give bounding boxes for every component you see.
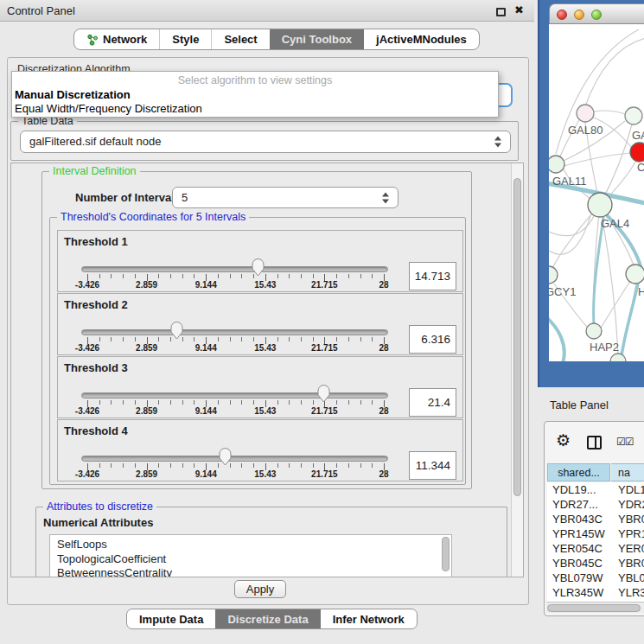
node-gal11[interactable]	[549, 156, 564, 173]
threshold-4-row: Threshold 4 -3.426 2.859 9.144 15.43 21.…	[57, 419, 463, 481]
node-label-gal11: GAL11	[552, 175, 587, 188]
list-item[interactable]: SelfLoops	[50, 535, 451, 552]
node-ga[interactable]	[625, 107, 642, 124]
threshold-1-slider-thumb[interactable]	[252, 258, 265, 277]
control-panel-tabs: Network Style Select Cyni Toolbox jActiv…	[73, 29, 480, 50]
table-horizontal-scrollbar-thumb[interactable]	[547, 604, 641, 612]
tab-network[interactable]: Network	[74, 29, 159, 49]
threshold-1-value-field[interactable]: 14.713	[409, 262, 456, 290]
network-canvas[interactable]: GAL80 GA C GAL11 GAL4 GCY1 H HAP2	[549, 24, 644, 361]
network-window-titlebar[interactable]	[549, 3, 644, 24]
number-of-intervals-value: 5	[182, 191, 188, 204]
table-row[interactable]: YBL079WYBL0	[547, 571, 644, 585]
table-row[interactable]: YBR045CYBR0	[547, 556, 644, 571]
gear-icon[interactable]: ⚙	[556, 432, 571, 449]
minimize-window-icon[interactable]	[574, 10, 584, 20]
cell: YPR145W	[552, 526, 605, 541]
node-label-gcy1: GCY1	[549, 285, 576, 298]
close-window-icon[interactable]	[557, 10, 567, 20]
slider-tick-labels: -3.426 2.859 9.144 15.43 21.715 28	[87, 406, 384, 418]
threshold-3-value-field[interactable]: 21.4	[409, 388, 456, 417]
number-of-intervals-spinner[interactable]: 5	[172, 187, 399, 208]
cell: YDR27...	[552, 497, 598, 512]
dropdown-item-manual-discretization[interactable]: Manual Discretization	[15, 88, 131, 101]
node-gal80[interactable]	[577, 105, 594, 122]
tab-style[interactable]: Style	[159, 29, 211, 49]
zoom-window-icon[interactable]	[591, 10, 602, 20]
cell: YBL0	[618, 571, 644, 585]
stepper-icon	[382, 192, 390, 203]
threshold-4-value-field[interactable]: 11.344	[409, 451, 456, 480]
threshold-4-slider-thumb[interactable]	[219, 448, 232, 466]
list-item[interactable]: TopologicalCoefficient	[50, 552, 451, 567]
screen: Control Panel ✖ Network Style Select Cyn…	[0, 0, 644, 644]
control-panel-titlebar: Control Panel ✖	[0, 0, 534, 22]
algorithm-dropdown-popup: Select algorithm to view settings Manual…	[11, 71, 499, 118]
checkbox-pair-icon[interactable]: ☑☑	[616, 436, 634, 448]
tick-label: -3.426	[75, 406, 99, 416]
threshold-1-row: Threshold 1 -3.426 2.859 9.144 15.43 21.…	[57, 230, 463, 292]
attributes-group-label: Attributes to discretize	[43, 501, 156, 513]
threshold-3-label: Threshold 3	[64, 361, 128, 374]
tick-label: 21.715	[311, 343, 338, 353]
settings-scrollbar-thumb[interactable]	[513, 178, 521, 496]
numerical-attributes-label: Numerical Attributes	[43, 516, 153, 529]
node-gcy1[interactable]	[549, 266, 558, 284]
node-gal4[interactable]	[588, 193, 612, 217]
table-row[interactable]: YPR145WYPR1	[547, 526, 644, 541]
tick-label: 15.43	[254, 469, 276, 479]
dropdown-prompt-item[interactable]: Select algorithm to view settings	[12, 74, 498, 86]
tab-jactivemnodules[interactable]: jActiveMNodules	[364, 29, 479, 49]
table-body: YDL19...YDL1 YDR27...YDR2 YBR043CYBR0 YP…	[547, 482, 644, 603]
node-h[interactable]	[626, 265, 644, 284]
list-item[interactable]: BetweennessCentrality	[50, 566, 451, 577]
table-row[interactable]: YBR043CYBR0	[547, 512, 644, 526]
table-data-combobox[interactable]: galFiltered.sif default node	[20, 131, 511, 153]
table-row[interactable]: YER054CYER0	[547, 541, 644, 556]
close-icon[interactable]: ✖	[514, 3, 524, 16]
tab-select[interactable]: Select	[211, 29, 269, 49]
tick-label: 28	[379, 280, 388, 290]
tab-cyni-toolbox-label: Cyni Toolbox	[282, 33, 352, 46]
table-row[interactable]: YDR27...YDR2	[547, 497, 644, 512]
cell: YBR043C	[552, 512, 603, 526]
threshold-2-slider-thumb[interactable]	[170, 322, 183, 340]
tick-label: 9.144	[195, 406, 217, 416]
cell: YDR2	[618, 497, 644, 512]
tick-label: 28	[379, 469, 388, 479]
tick-label: 2.859	[136, 280, 157, 290]
apply-button[interactable]: Apply	[234, 580, 286, 598]
list-scrollbar[interactable]	[442, 537, 450, 571]
network-view-window: GAL80 GA C GAL11 GAL4 GCY1 H HAP2	[538, 0, 644, 387]
threshold-3-row: Threshold 3 -3.426 2.859 9.144 15.43 21.…	[57, 356, 463, 418]
bottom-tabs: Impute Data Discretize Data Infer Networ…	[126, 609, 418, 629]
tab-infer-network[interactable]: Infer Network	[321, 609, 417, 628]
table-row[interactable]: YDL19...YDL1	[547, 482, 644, 497]
interval-definition-label: Interval Definition	[49, 165, 140, 177]
tab-impute-data[interactable]: Impute Data	[127, 609, 215, 628]
dropdown-item-equal-width[interactable]: Equal Width/Frequency Discretization	[15, 102, 202, 115]
table-horizontal-scrollbar[interactable]	[546, 602, 644, 613]
tab-style-label: Style	[172, 33, 199, 46]
column-header-shared[interactable]: shared...	[547, 463, 610, 481]
tab-discretize-data[interactable]: Discretize Data	[215, 609, 320, 628]
float-window-icon[interactable]	[496, 8, 506, 16]
tick-label: -3.426	[75, 469, 99, 479]
tick-label: -3.426	[75, 343, 99, 353]
node-bottom[interactable]	[610, 354, 626, 361]
columns-icon[interactable]	[587, 436, 602, 450]
tick-label: 15.43	[254, 280, 276, 290]
settings-scrollbar[interactable]	[511, 163, 523, 577]
table-row[interactable]: YLR345WYLR3	[547, 585, 644, 600]
tick-label: 15.43	[254, 343, 276, 353]
threshold-2-value-field[interactable]: 6.316	[409, 325, 456, 354]
cell: YLR345W	[552, 585, 603, 600]
tick-label: 21.715	[311, 280, 338, 290]
tab-cyni-toolbox[interactable]: Cyni Toolbox	[270, 29, 364, 49]
node-red[interactable]	[630, 143, 644, 162]
node-label-h: H	[638, 285, 644, 298]
numerical-attributes-list: SelfLoops TopologicalCoefficient Between…	[49, 534, 452, 577]
node-hap2[interactable]	[586, 323, 602, 339]
threshold-3-slider-thumb[interactable]	[317, 385, 330, 403]
column-header-name[interactable]: na	[611, 463, 644, 481]
